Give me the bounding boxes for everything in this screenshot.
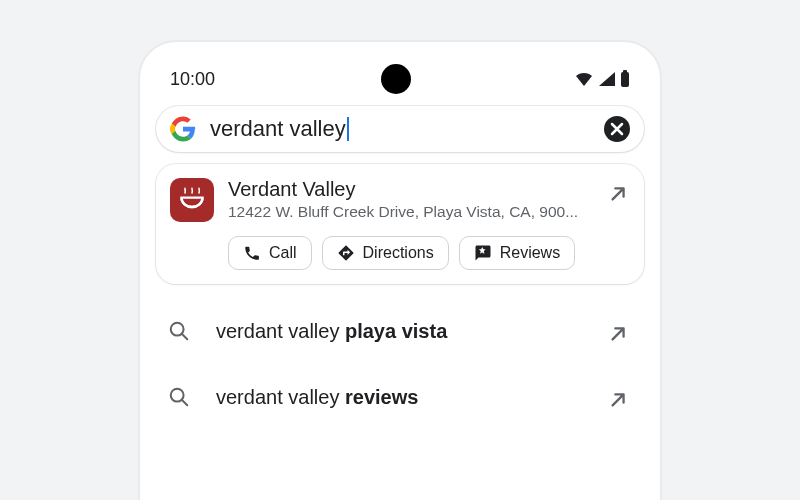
insert-query-arrow-icon[interactable] [608, 388, 630, 410]
phone-icon [243, 244, 261, 262]
action-chips: Call Directions Reviews [228, 236, 630, 270]
suggestion-highlight: playa vista [345, 320, 447, 342]
wifi-icon [574, 71, 594, 87]
svg-line-5 [182, 400, 188, 406]
insert-query-arrow-icon[interactable] [608, 182, 630, 204]
suggestion-text: verdant valley playa vista [216, 320, 588, 343]
close-icon [610, 122, 624, 136]
bowl-icon [178, 186, 206, 214]
status-icons [415, 70, 630, 88]
suggestion-prefix: verdant valley [216, 320, 345, 342]
reviews-chip-label: Reviews [500, 244, 560, 262]
place-category-icon [170, 178, 214, 222]
call-chip[interactable]: Call [228, 236, 312, 270]
signal-icon [598, 71, 616, 87]
search-bar[interactable]: verdant valley [156, 106, 644, 152]
directions-chip[interactable]: Directions [322, 236, 449, 270]
camera-cutout [381, 64, 411, 94]
svg-line-3 [182, 334, 188, 340]
suggestion-row[interactable]: verdant valley playa vista [156, 298, 644, 364]
search-query-text: verdant valley [210, 116, 346, 141]
svg-rect-1 [623, 70, 627, 73]
result-header: Verdant Valley 12422 W. Bluff Creek Driv… [170, 178, 630, 222]
result-text: Verdant Valley 12422 W. Bluff Creek Driv… [228, 178, 594, 221]
text-cursor [347, 117, 349, 141]
search-suggestions: verdant valley playa vista verdant valle… [156, 298, 644, 430]
status-bar: 10:00 [156, 58, 644, 106]
search-icon [162, 380, 196, 414]
search-input[interactable]: verdant valley [210, 116, 604, 142]
directions-icon [337, 244, 355, 262]
suggestion-highlight: reviews [345, 386, 418, 408]
search-icon [162, 314, 196, 348]
google-logo-icon [170, 116, 196, 142]
result-address: 12422 W. Bluff Creek Drive, Playa Vista,… [228, 203, 594, 221]
reviews-chip[interactable]: Reviews [459, 236, 575, 270]
clear-search-button[interactable] [604, 116, 630, 142]
directions-chip-label: Directions [363, 244, 434, 262]
place-result-card[interactable]: Verdant Valley 12422 W. Bluff Creek Driv… [156, 164, 644, 284]
status-time: 10:00 [170, 69, 385, 90]
reviews-icon [474, 244, 492, 262]
result-title: Verdant Valley [228, 178, 594, 201]
phone-frame: 10:00 verdant valley [140, 42, 660, 500]
suggestion-row[interactable]: verdant valley reviews [156, 364, 644, 430]
call-chip-label: Call [269, 244, 297, 262]
suggestion-text: verdant valley reviews [216, 386, 588, 409]
insert-query-arrow-icon[interactable] [608, 322, 630, 344]
suggestion-prefix: verdant valley [216, 386, 345, 408]
svg-rect-0 [621, 72, 629, 87]
battery-icon [620, 70, 630, 88]
